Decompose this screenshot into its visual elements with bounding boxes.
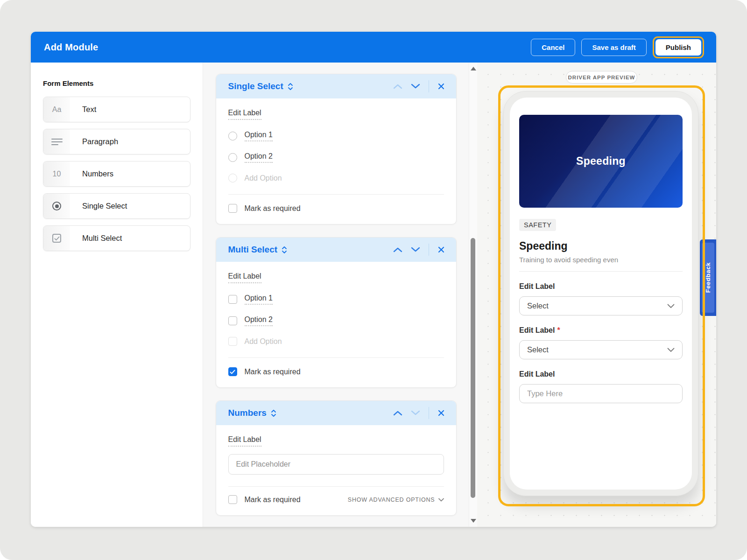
mark-required-label: Mark as required (245, 368, 301, 376)
header-actions: Cancel Save as draft Publish (531, 36, 704, 58)
move-down-button[interactable] (411, 410, 420, 416)
move-up-button[interactable] (393, 84, 402, 89)
add-option-label: Add Option (245, 337, 282, 346)
mark-required-checkbox[interactable] (228, 495, 237, 504)
feedback-label: Feedback (705, 262, 712, 293)
option-label[interactable]: Option 2 (245, 315, 273, 326)
feedback-tab-inner: Feedback (702, 243, 714, 313)
edit-label-field[interactable]: Edit Label (228, 435, 261, 447)
select-dropdown[interactable]: Select (519, 340, 683, 359)
radio-control[interactable] (228, 153, 237, 162)
publish-highlight-ring: Publish (653, 36, 704, 58)
driver-app-preview-panel: DRIVER APP PREVIEW Speeding SAFETY Speed… (477, 63, 716, 527)
mark-required-label: Mark as required (245, 204, 301, 213)
sidebar-item-label: Numbers (82, 169, 113, 178)
text-icon: Aa (43, 97, 70, 122)
option-row: Option 1 (228, 294, 444, 305)
move-up-button[interactable] (393, 247, 402, 252)
close-icon (437, 409, 445, 417)
option-label[interactable]: Option 2 (245, 152, 273, 163)
numbers-card: Numbers (216, 400, 457, 516)
close-icon (437, 83, 445, 90)
form-elements-sidebar: Form Elements Aa Text Paragraph 10 Numbe… (31, 63, 203, 527)
move-down-button[interactable] (411, 84, 420, 89)
remove-card-button[interactable] (437, 83, 445, 90)
edit-label-field[interactable]: Edit Label (228, 109, 261, 120)
checkbox-icon (43, 226, 70, 251)
divider (228, 486, 444, 487)
required-asterisk: * (557, 326, 560, 335)
sidebar-item-label: Text (82, 105, 96, 114)
move-up-button[interactable] (393, 410, 402, 416)
checkbox-control[interactable] (228, 295, 237, 304)
show-advanced-options-button[interactable]: SHOW ADVANCED OPTIONS (348, 497, 444, 503)
phone-screen: Speeding SAFETY Speeding Training to avo… (510, 98, 692, 490)
editor-scrollbar (469, 63, 477, 527)
edit-label-field[interactable]: Edit Label (228, 272, 261, 283)
mark-required-checkbox[interactable] (228, 204, 237, 213)
multi-select-card-header: Multi Select (216, 238, 456, 262)
select-dropdown[interactable]: Select (519, 296, 683, 315)
option-row: Option 2 (228, 152, 444, 163)
sidebar-item-multi-select[interactable]: Multi Select (43, 225, 190, 251)
scrollbar-thumb[interactable] (471, 238, 475, 498)
card-title: Multi Select (228, 245, 278, 255)
card-title: Numbers (228, 408, 267, 418)
chevron-down-icon (411, 84, 420, 89)
card-drag-handle[interactable]: Multi Select (228, 245, 288, 255)
sidebar-item-numbers[interactable]: 10 Numbers (43, 161, 190, 187)
sort-icon (288, 83, 293, 91)
sidebar-item-label: Multi Select (82, 234, 122, 243)
text-field-input[interactable] (519, 384, 683, 403)
single-select-card: Single Select (216, 74, 457, 224)
divider (429, 407, 429, 419)
option-label[interactable]: Option 1 (245, 131, 273, 141)
card-drag-handle[interactable]: Single Select (228, 81, 293, 91)
field-label: Edit Label (519, 282, 683, 291)
multi-select-card: Multi Select (216, 237, 457, 388)
radio-control[interactable] (228, 132, 237, 140)
sidebar-item-paragraph[interactable]: Paragraph (43, 129, 190, 154)
numbers-icon: 10 (43, 161, 70, 186)
module-editor-panel: Single Select (203, 63, 469, 527)
add-module-window: Add Module Cancel Save as draft Publish … (31, 32, 716, 527)
scroll-down-arrow[interactable] (471, 519, 476, 523)
card-title: Single Select (228, 81, 283, 91)
chevron-up-icon (393, 247, 402, 252)
move-down-button[interactable] (411, 247, 420, 252)
option-label[interactable]: Option 1 (245, 294, 273, 305)
feedback-tab[interactable]: Feedback (700, 239, 716, 316)
divider (429, 244, 429, 256)
card-drag-handle[interactable]: Numbers (228, 408, 276, 418)
chevron-down-icon (411, 247, 420, 252)
add-option-row[interactable]: Add Option (228, 337, 444, 346)
publish-button[interactable]: Publish (655, 39, 701, 56)
add-option-row[interactable]: Add Option (228, 174, 444, 182)
required-row: Mark as required (228, 495, 301, 504)
remove-card-button[interactable] (437, 409, 445, 417)
mark-required-label: Mark as required (245, 496, 301, 504)
sidebar-item-single-select[interactable]: Single Select (43, 193, 190, 219)
module-subtitle: Training to avoid speeding even (519, 256, 683, 264)
divider (429, 80, 429, 92)
paragraph-icon (43, 129, 70, 154)
save-as-draft-button[interactable]: Save as draft (581, 39, 646, 56)
cancel-button[interactable]: Cancel (531, 39, 575, 56)
preview-badge: DRIVER APP PREVIEW (566, 71, 637, 84)
chevron-down-icon (667, 304, 675, 308)
field-label: Edit Label (519, 370, 683, 378)
scroll-up-arrow[interactable] (471, 67, 476, 70)
category-tag: SAFETY (519, 219, 556, 231)
mark-required-checkbox[interactable] (228, 367, 237, 376)
edit-placeholder-input[interactable] (228, 454, 444, 475)
module-title: Speeding (519, 240, 683, 252)
remove-card-button[interactable] (437, 246, 445, 253)
sidebar-heading: Form Elements (43, 79, 190, 87)
divider (228, 357, 444, 358)
checkbox-control[interactable] (228, 316, 237, 325)
add-option-label: Add Option (245, 174, 282, 182)
divider (228, 194, 444, 195)
chevron-down-icon (667, 348, 675, 352)
sidebar-item-text[interactable]: Aa Text (43, 97, 190, 122)
required-row: Mark as required (228, 204, 444, 213)
